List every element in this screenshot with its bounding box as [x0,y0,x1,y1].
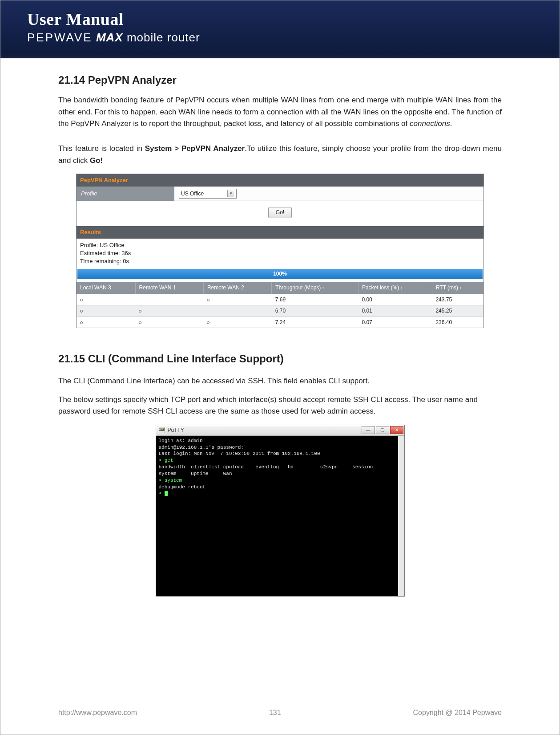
para-1: The bandwidth bonding feature of PepVPN … [58,94,502,130]
term-line: login as: admin [159,438,203,443]
results-header: Results [77,226,483,239]
col-packet-loss[interactable]: Packet loss (%) [358,282,432,294]
para-cli-2: The below settings specify which TCP por… [58,394,502,418]
status-profile: Profile: US Office [80,241,480,249]
circle-icon [80,321,83,324]
page-footer: http://www.pepwave.com 131 Copyright @ 2… [0,697,560,735]
status-eta: Estimated time: 36s [80,249,480,257]
para-1-term: connections [410,119,450,128]
page: User Manual PEPWAVE MAX mobile router 21… [0,0,560,735]
status-remaining: Time remaining: 0s [80,257,480,265]
product-name: MAX [96,31,123,44]
putty-title-text: PuTTY [168,426,184,435]
footer-page-number: 131 [137,709,413,717]
progress-row: 100% [77,268,483,282]
cell-loss: 0.00 [358,294,432,305]
page-header: User Manual PEPWAVE MAX mobile router [0,0,560,58]
section-number: 21.14 [58,74,85,86]
putty-title-left: ⌨ PuTTY [156,426,184,435]
circle-icon [207,299,209,301]
cell-thr: 7.69 [272,294,359,305]
term-line: bandwidth clientlist cpuload eventlog ha… [159,464,373,470]
table-row: 6.70 0.01 245.25 [77,305,483,317]
doc-title: User Manual [27,9,560,29]
term-line: debugmode reboot [159,484,206,490]
cell-l3 [77,305,135,317]
footer-copyright: Copyright @ 2014 Pepwave [413,709,502,717]
para-1-end: . [450,119,452,128]
term-line: system uptime wan [159,471,232,476]
doc-subtitle: PEPWAVE MAX mobile router [27,31,560,45]
cell-loss: 0.07 [358,317,432,328]
cursor-icon [165,491,168,496]
section-title: PepVPN Analyzer [88,74,177,86]
cell-r1 [135,317,203,328]
profile-row: Profile US Office [77,187,483,201]
table-header-row: Local WAN 3 Remote WAN 1 Remote WAN 2 Th… [77,282,483,294]
profile-label: Profile [77,187,174,201]
cell-r2 [203,305,271,317]
term-line: admin@192.168.1.1's password: [159,445,244,450]
putty-titlebar: ⌨ PuTTY — ▢ ✕ [156,425,404,436]
term-prompt: > get [159,458,173,463]
maximize-button[interactable]: ▢ [376,426,389,434]
section-21-15-heading: 21.15 CLI (Command Line Interface Suppor… [58,350,502,367]
circle-icon [207,321,209,324]
close-button[interactable]: ✕ [390,426,403,434]
section-number: 21.15 [58,353,85,365]
analyzer-panel: PepVPN Analyzer Profile US Office Go! Re… [76,174,484,329]
progress-bar: 100% [77,269,483,279]
window-buttons: — ▢ ✕ [362,426,404,434]
cell-rtt: 236.40 [432,317,483,328]
section-title: CLI (Command Line Interface Support) [88,353,284,365]
results-status: Profile: US Office Estimated time: 36s T… [77,239,483,268]
content-area: 21.14 PepVPN Analyzer The bandwidth bond… [0,58,560,697]
para-2: This feature is located in System > PepV… [58,143,502,166]
circle-icon [80,310,83,313]
term-prompt: > system [159,478,182,483]
para-cli-1: The CLI (Command Line Interface) can be … [58,375,502,387]
go-row: Go! [77,201,483,226]
term-line: Last login: Mon Nov 7 19:03:59 2011 from… [159,451,320,456]
circle-icon [139,321,141,324]
cell-thr: 7.24 [272,317,359,328]
brand-name: PEPWAVE [27,31,93,44]
terminal-body[interactable]: login as: admin admin@192.168.1.1's pass… [156,436,404,596]
putty-icon: ⌨ [159,427,165,433]
col-throughput[interactable]: Throughput (Mbps) [272,282,359,294]
header-inner: User Manual PEPWAVE MAX mobile router [0,0,560,58]
cell-thr: 6.70 [272,305,359,317]
cell-r1 [135,294,203,305]
para-2-bold2: Go! [90,156,103,165]
profile-select-value: US Office [181,190,204,198]
cell-r1 [135,305,203,317]
table-row: 7.24 0.07 236.40 [77,317,483,328]
cell-l3 [77,317,135,328]
chevron-down-icon[interactable] [227,190,234,197]
cell-r2 [203,294,271,305]
minimize-button[interactable]: — [362,426,375,434]
col-local-wan[interactable]: Local WAN 3 [77,282,135,294]
footer-url[interactable]: http://www.pepwave.com [58,709,137,717]
section-21-14-heading: 21.14 PepVPN Analyzer [58,72,502,88]
para-2-bold: System > PepVPN Analyzer [145,144,245,153]
cell-loss: 0.01 [358,305,432,317]
profile-select[interactable]: US Office [179,189,237,199]
table-row: 7.69 0.00 243.75 [77,294,483,305]
results-table: Local WAN 3 Remote WAN 1 Remote WAN 2 Th… [77,282,483,328]
product-suffix: mobile router [127,31,200,44]
col-remote-wan2[interactable]: Remote WAN 2 [203,282,271,294]
profile-field: US Office [174,187,483,200]
col-remote-wan1[interactable]: Remote WAN 1 [135,282,203,294]
go-button[interactable]: Go! [268,207,292,218]
circle-icon [139,310,141,313]
col-rtt[interactable]: RTT (ms) [432,282,483,294]
putty-window: ⌨ PuTTY — ▢ ✕ login as: admin admin@192.… [156,425,405,597]
cell-l3 [77,294,135,305]
cell-rtt: 243.75 [432,294,483,305]
circle-icon [80,299,83,301]
para-2a: This feature is located in [58,144,145,153]
analyzer-header: PepVPN Analyzer [77,174,483,187]
cell-rtt: 245.25 [432,305,483,317]
term-prompt: > [159,491,162,496]
